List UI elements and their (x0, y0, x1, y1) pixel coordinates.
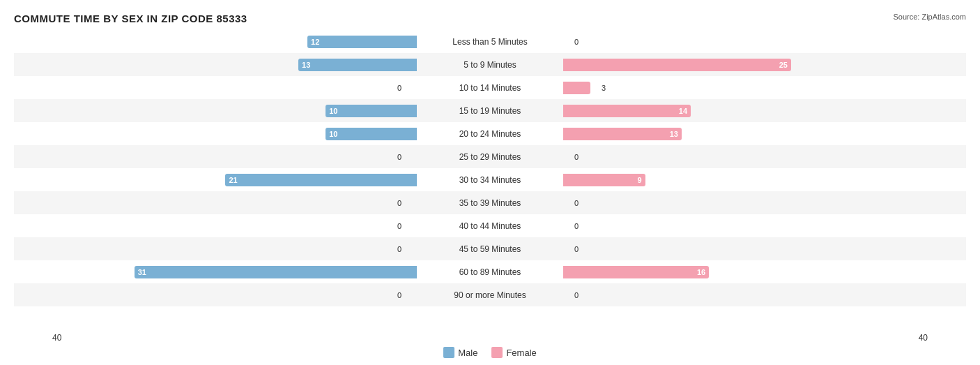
female-value-zero: 0 (574, 38, 579, 46)
center-area: 21 30 to 34 Minutes 9 (52, 168, 928, 191)
bar-female: 25 (563, 59, 791, 71)
chart-container: COMMUTE TIME BY SEX IN ZIP CODE 85333 So… (0, 0, 980, 365)
table-row: 13 5 to 9 Minutes 25 (14, 53, 966, 76)
axis-right: 40 (919, 333, 928, 343)
axis-labels: 40 40 (14, 333, 966, 343)
male-value-zero: 0 (397, 199, 401, 207)
male-value-zero: 0 (397, 245, 401, 253)
table-row: 10 15 to 19 Minutes 14 (14, 99, 966, 122)
female-value-zero: 0 (574, 245, 579, 253)
row-label: 90 or more Minutes (417, 290, 563, 300)
female-value-zero: 0 (574, 291, 579, 299)
table-row: 0 40 to 44 Minutes 0 (14, 214, 966, 237)
table-row: 0 90 or more Minutes 0 (14, 283, 966, 306)
female-value-inside: 14 (679, 107, 687, 115)
bar-female: 9 (563, 174, 645, 186)
female-value-inside: 16 (697, 268, 705, 276)
right-bars: 25 (563, 57, 928, 73)
bar-male: 12 (307, 36, 417, 48)
female-label: Female (506, 348, 536, 358)
left-bars: 0 (52, 80, 417, 96)
bar-male: 31 (135, 266, 417, 278)
male-value-inside: 10 (329, 130, 337, 138)
female-value-zero: 0 (574, 222, 579, 230)
female-value-inside: 13 (670, 130, 678, 138)
bar-male: 21 (225, 174, 417, 186)
left-bars: 0 (52, 241, 417, 257)
row-label: 25 to 29 Minutes (417, 152, 563, 162)
female-value-inside: 25 (779, 61, 788, 69)
bar-male: 13 (298, 59, 417, 71)
male-swatch (443, 347, 454, 358)
female-value-inside: 9 (638, 176, 642, 184)
male-label: Male (458, 348, 477, 358)
table-row: 0 10 to 14 Minutes 3 (14, 76, 966, 99)
left-bars: 10 (52, 103, 417, 119)
left-bars: 13 (52, 57, 417, 73)
right-bars: 9 (563, 172, 928, 188)
center-area: 10 15 to 19 Minutes 14 (52, 99, 928, 122)
row-label: 35 to 39 Minutes (417, 198, 563, 208)
female-swatch (491, 347, 503, 358)
row-label: 15 to 19 Minutes (417, 106, 563, 116)
male-value-inside: 13 (302, 61, 310, 69)
male-value-inside: 21 (229, 176, 237, 184)
right-bars: 0 (563, 195, 928, 211)
left-bars: 31 (52, 265, 417, 280)
male-value-zero: 0 (397, 291, 401, 299)
male-value-inside: 12 (311, 38, 319, 46)
male-value-inside: 31 (138, 268, 146, 276)
right-bars: 13 (563, 126, 928, 142)
center-area: 0 90 or more Minutes 0 (52, 283, 928, 306)
center-area: 0 25 to 29 Minutes 0 (52, 145, 928, 168)
center-area: 0 40 to 44 Minutes 0 (52, 214, 928, 237)
male-value-zero: 0 (397, 153, 401, 161)
center-area: 0 45 to 59 Minutes 0 (52, 237, 928, 260)
male-value-zero: 0 (397, 222, 401, 230)
table-row: 31 60 to 89 Minutes 16 (14, 260, 966, 283)
chart-title: COMMUTE TIME BY SEX IN ZIP CODE 85333 (14, 13, 966, 24)
source-label: Source: ZipAtlas.com (893, 13, 966, 21)
legend-female: Female (491, 347, 536, 358)
male-value-zero: 0 (397, 84, 401, 92)
left-bars: 10 (52, 126, 417, 142)
table-row: 0 45 to 59 Minutes 0 (14, 237, 966, 260)
right-bars: 0 (563, 241, 928, 257)
female-value-zero: 0 (574, 199, 579, 207)
row-label: 20 to 24 Minutes (417, 129, 563, 139)
table-row: 10 20 to 24 Minutes 13 (14, 122, 966, 145)
center-area: 12 Less than 5 Minutes 0 (52, 30, 928, 53)
center-area: 0 35 to 39 Minutes 0 (52, 191, 928, 214)
left-bars: 0 (52, 288, 417, 303)
bar-female: 14 (563, 105, 691, 117)
center-area: 13 5 to 9 Minutes 25 (52, 53, 928, 76)
row-label: 30 to 34 Minutes (417, 175, 563, 185)
table-row: 12 Less than 5 Minutes 0 (14, 30, 966, 53)
row-label: 40 to 44 Minutes (417, 221, 563, 231)
chart-area: 12 Less than 5 Minutes 0 13 (14, 30, 966, 330)
table-row: 21 30 to 34 Minutes 9 (14, 168, 966, 191)
female-value-zero: 0 (574, 153, 579, 161)
right-bars: 0 (563, 288, 928, 303)
axis-left: 40 (52, 333, 61, 343)
right-bars: 3 (563, 80, 928, 96)
right-bars: 0 (563, 218, 928, 234)
left-bars: 12 (52, 34, 417, 50)
left-bars: 0 (52, 195, 417, 211)
bar-female: 13 (563, 128, 682, 140)
right-bars: 16 (563, 265, 928, 280)
center-area: 0 10 to 14 Minutes 3 (52, 76, 928, 99)
female-value-outside: 3 (602, 84, 606, 92)
left-bars: 21 (52, 172, 417, 188)
bar-female: 16 (563, 266, 709, 278)
right-bars: 0 (563, 34, 928, 50)
bar-female: 3 (563, 82, 590, 94)
center-area: 31 60 to 89 Minutes 16 (52, 260, 928, 283)
bar-male: 10 (326, 128, 417, 140)
right-bars: 14 (563, 103, 928, 119)
table-row: 0 25 to 29 Minutes 0 (14, 145, 966, 168)
left-bars: 0 (52, 218, 417, 234)
legend-male: Male (443, 347, 477, 358)
legend: Male Female (14, 347, 966, 358)
left-bars: 0 (52, 149, 417, 165)
